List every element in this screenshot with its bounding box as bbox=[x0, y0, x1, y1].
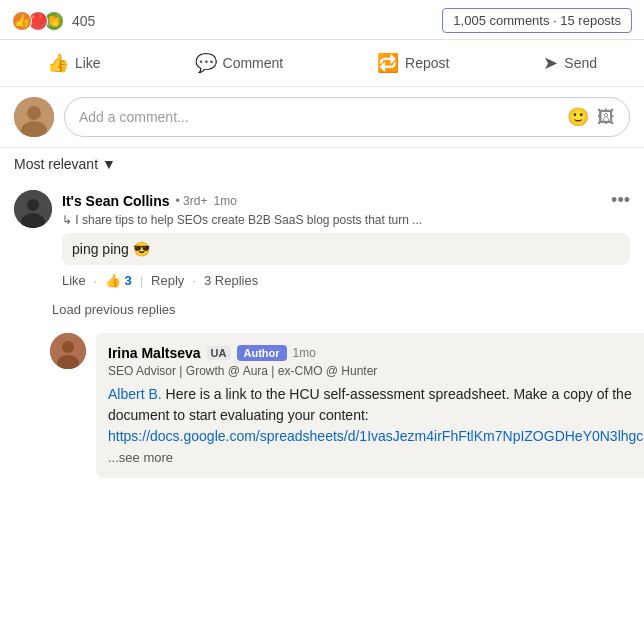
comment-icon: 💬 bbox=[195, 52, 217, 74]
reply-url-link[interactable]: https://docs.google.com/spreadsheets/d/1… bbox=[108, 428, 644, 444]
mention-link[interactable]: Albert B. bbox=[108, 386, 162, 402]
see-more-link[interactable]: ...see more bbox=[108, 450, 173, 465]
reply-time-ago: 1mo bbox=[293, 346, 316, 360]
svg-point-4 bbox=[27, 199, 39, 211]
repost-icon: 🔁 bbox=[377, 52, 399, 74]
send-button[interactable]: ➤ Send bbox=[531, 46, 609, 80]
svg-point-7 bbox=[62, 341, 74, 353]
reply-author-name: Irina Maltseva bbox=[108, 345, 201, 361]
reaction-count: 405 bbox=[72, 13, 95, 29]
comment-input-row: Add a comment... 🙂 🖼 bbox=[0, 87, 644, 148]
comment-header: It's Sean Collins • 3rd+ 1mo ••• ↳ I sha… bbox=[14, 190, 630, 288]
comment-actions: Like · 👍 3 | Reply · 3 Replies bbox=[62, 273, 630, 288]
sort-label: Most relevant bbox=[14, 156, 98, 172]
send-icon: ➤ bbox=[543, 52, 558, 74]
like-thumb-icon: 👍 bbox=[105, 273, 121, 288]
like-button[interactable]: 👍 Like bbox=[35, 46, 113, 80]
load-previous-replies[interactable]: Load previous replies bbox=[0, 298, 644, 325]
image-icon[interactable]: 🖼 bbox=[597, 107, 615, 128]
reply-item: Irina Maltseva UA Author 1mo ••• SEO Adv… bbox=[50, 325, 644, 486]
comment-button[interactable]: 💬 Comment bbox=[183, 46, 296, 80]
dot-separator-2: · bbox=[192, 273, 196, 288]
comment-tagline: ↳ I share tips to help SEOs create B2B S… bbox=[62, 213, 630, 227]
sort-chevron-icon: ▼ bbox=[102, 156, 116, 172]
comment-name-row: It's Sean Collins • 3rd+ 1mo bbox=[62, 193, 237, 209]
comment-input-box[interactable]: Add a comment... 🙂 🖼 bbox=[64, 97, 630, 137]
ua-badge: UA bbox=[207, 346, 231, 360]
reply-meta-row: Irina Maltseva UA Author 1mo ••• bbox=[108, 343, 644, 364]
svg-point-1 bbox=[27, 106, 41, 120]
reply-tagline: SEO Advisor | Growth @ Aura | ex-CMO @ H… bbox=[108, 364, 644, 378]
send-label: Send bbox=[564, 55, 597, 71]
like-icon: 👍 bbox=[47, 52, 69, 74]
reply-body: Here is a link to the HCU self-assessmen… bbox=[108, 386, 632, 423]
reply-header: Irina Maltseva UA Author 1mo ••• SEO Adv… bbox=[50, 333, 630, 478]
replies-count: 3 Replies bbox=[204, 273, 258, 288]
reply-text: Albert B. Here is a link to the HCU self… bbox=[108, 384, 644, 468]
comment-label: Comment bbox=[223, 55, 284, 71]
reply-comment-body: Irina Maltseva UA Author 1mo ••• SEO Adv… bbox=[96, 333, 644, 478]
sort-row: Most relevant ▼ bbox=[0, 148, 644, 180]
more-options-icon[interactable]: ••• bbox=[611, 190, 630, 211]
comment-body: It's Sean Collins • 3rd+ 1mo ••• ↳ I sha… bbox=[62, 190, 630, 288]
sort-button[interactable]: Most relevant ▼ bbox=[14, 156, 630, 172]
reply-action[interactable]: Reply bbox=[151, 273, 184, 288]
commenter-name: It's Sean Collins bbox=[62, 193, 170, 209]
comment-text: ping ping 😎 bbox=[62, 233, 630, 265]
like-action[interactable]: Like bbox=[62, 273, 86, 288]
pipe-separator: | bbox=[140, 273, 143, 288]
like-number: 3 bbox=[124, 273, 131, 288]
emoji-icon[interactable]: 🙂 bbox=[567, 106, 589, 128]
comments-reposts-badge[interactable]: 1,005 comments · 15 reposts bbox=[442, 8, 632, 33]
author-badge: Author bbox=[237, 345, 287, 361]
commenter-avatar bbox=[14, 190, 52, 228]
time-ago: 1mo bbox=[213, 194, 236, 208]
degree-badge: • 3rd+ bbox=[176, 194, 208, 208]
reactions-row: 👍 ❤️ 👏 405 bbox=[12, 11, 95, 31]
comment-item: It's Sean Collins • 3rd+ 1mo ••• ↳ I sha… bbox=[0, 180, 644, 298]
comments-section: It's Sean Collins • 3rd+ 1mo ••• ↳ I sha… bbox=[0, 180, 644, 494]
reply-author-avatar bbox=[50, 333, 86, 369]
repost-button[interactable]: 🔁 Repost bbox=[365, 46, 461, 80]
like-label: Like bbox=[75, 55, 101, 71]
like-reaction-icon: 👍 bbox=[12, 11, 32, 31]
dot-separator: · bbox=[94, 273, 98, 288]
repost-label: Repost bbox=[405, 55, 449, 71]
comment-meta: It's Sean Collins • 3rd+ 1mo ••• bbox=[62, 190, 630, 211]
like-count: 👍 3 bbox=[105, 273, 131, 288]
current-user-avatar bbox=[14, 97, 54, 137]
input-icons: 🙂 🖼 bbox=[567, 106, 615, 128]
reaction-icons: 👍 ❤️ 👏 bbox=[12, 11, 60, 31]
action-bar: 👍 Like 💬 Comment 🔁 Repost ➤ Send bbox=[0, 40, 644, 87]
comment-placeholder: Add a comment... bbox=[79, 109, 189, 125]
reply-name-row: Irina Maltseva UA Author 1mo bbox=[108, 345, 316, 361]
top-bar: 👍 ❤️ 👏 405 1,005 comments · 15 reposts bbox=[0, 0, 644, 40]
